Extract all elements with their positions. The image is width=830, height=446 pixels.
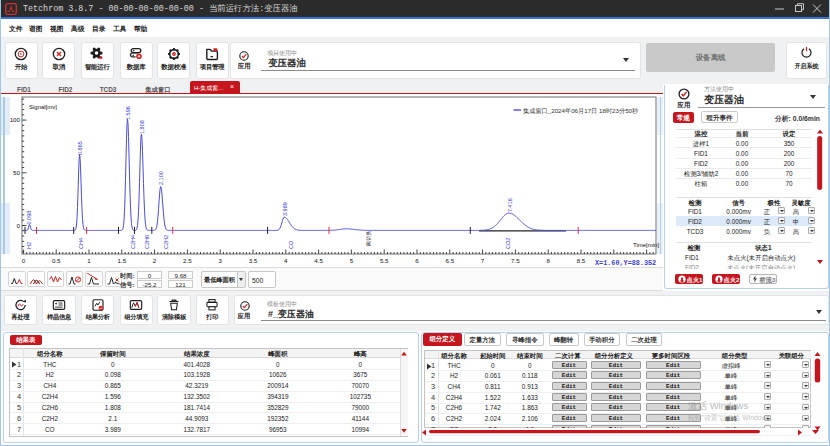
svg-text:CO: CO	[288, 240, 294, 249]
svg-text:50: 50	[13, 169, 20, 176]
svg-text:2.5: 2.5	[183, 257, 192, 264]
svg-text:X=1.60,Y=88.352: X=1.60,Y=88.352	[595, 259, 656, 267]
svg-text:CO2: CO2	[505, 238, 511, 249]
svg-text:1.596: 1.596	[125, 106, 131, 120]
svg-text:3.989: 3.989	[282, 202, 288, 216]
svg-text:4: 4	[284, 257, 288, 264]
svg-text:7.416: 7.416	[507, 198, 513, 212]
svg-text:0: 0	[17, 222, 21, 229]
svg-text:Time[min]: Time[min]	[633, 242, 659, 248]
svg-text:4.5: 4.5	[314, 257, 323, 264]
svg-text:1: 1	[87, 257, 91, 264]
svg-text:0.5: 0.5	[52, 257, 61, 264]
svg-text:2: 2	[153, 257, 157, 264]
svg-text:0.865: 0.865	[77, 141, 83, 155]
svg-text:集成窗口_2024年06月17日 18时23分50秒: 集成窗口_2024年06月17日 18时23分50秒	[523, 107, 639, 115]
svg-text:6.5: 6.5	[445, 257, 454, 264]
svg-text:1.808: 1.808	[139, 120, 145, 134]
svg-text:C2H4: C2H4	[130, 235, 136, 249]
svg-text:阀切换: 阀切换	[365, 230, 372, 246]
svg-text:CH4: CH4	[78, 238, 84, 249]
svg-text:5.5: 5.5	[380, 257, 389, 264]
svg-text:C2H2: C2H2	[163, 235, 169, 249]
svg-text:8: 8	[546, 257, 550, 264]
svg-text:Signal[mv]: Signal[mv]	[29, 104, 57, 110]
svg-text:0.098: 0.098	[26, 211, 32, 225]
svg-text:100: 100	[10, 116, 21, 123]
svg-text:C2H6: C2H6	[144, 235, 150, 249]
svg-text:7.5: 7.5	[511, 257, 520, 264]
svg-text:3: 3	[218, 257, 222, 264]
svg-text:7: 7	[481, 257, 485, 264]
svg-text:1.5: 1.5	[117, 257, 126, 264]
svg-text:3.5: 3.5	[249, 257, 258, 264]
svg-text:H2: H2	[26, 242, 32, 249]
svg-text:8.5: 8.5	[577, 257, 586, 264]
svg-text:5: 5	[350, 257, 354, 264]
svg-text:0: 0	[22, 257, 26, 264]
svg-text:6: 6	[415, 257, 419, 264]
svg-text:2.100: 2.100	[158, 171, 164, 185]
